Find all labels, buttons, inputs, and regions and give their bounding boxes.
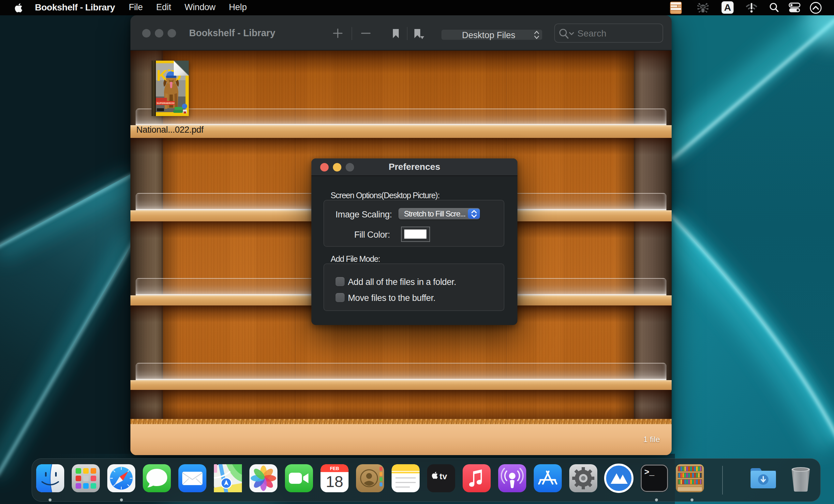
svg-text:SUPERHEROS!: SUPERHEROS! bbox=[156, 102, 174, 105]
svg-text:tv: tv bbox=[439, 472, 447, 481]
svg-text:>_: >_ bbox=[644, 467, 655, 477]
svg-text:18: 18 bbox=[326, 473, 343, 490]
svg-text:FEB: FEB bbox=[330, 466, 339, 471]
